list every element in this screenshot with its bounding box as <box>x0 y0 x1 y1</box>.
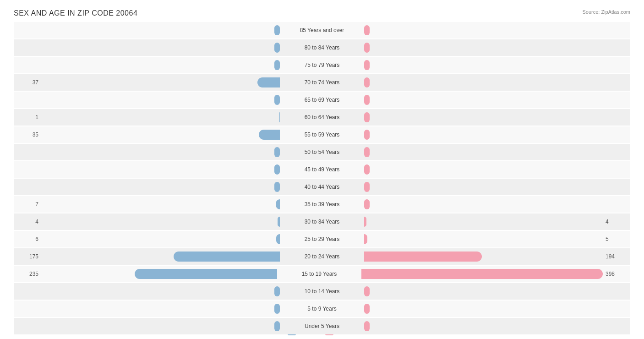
chart-row: 10 to 14 Years <box>14 283 630 300</box>
chart-row: 85 Years and over <box>14 22 630 38</box>
female-section <box>363 248 603 265</box>
female-bar <box>364 234 367 244</box>
male-section <box>41 196 281 213</box>
age-label: 10 to 14 Years <box>281 288 363 295</box>
female-section <box>363 213 603 230</box>
bars-section: 35 to 39 Years <box>41 196 603 213</box>
age-label: Under 5 Years <box>281 323 363 329</box>
male-section <box>41 231 281 247</box>
age-label: 80 to 84 Years <box>281 44 363 51</box>
chart-title: SEX AND AGE IN ZIP CODE 20064 <box>14 9 630 17</box>
chart-row: 6 25 to 29 Years 5 <box>14 231 630 247</box>
male-section <box>41 318 281 334</box>
male-section <box>41 144 281 160</box>
bars-section: 30 to 34 Years <box>41 213 603 230</box>
female-section <box>363 92 603 108</box>
female-section <box>363 301 603 317</box>
age-label: 20 to 24 Years <box>281 253 363 260</box>
chart-row: 37 70 to 74 Years <box>14 74 630 91</box>
female-section <box>363 196 603 213</box>
female-bar <box>364 286 370 296</box>
female-section <box>363 283 603 300</box>
bars-section: 75 to 79 Years <box>41 57 603 73</box>
female-bar <box>364 321 370 331</box>
chart-row: 175 20 to 24 Years 194 <box>14 248 630 265</box>
male-value: 35 <box>14 131 41 138</box>
female-value: 4 <box>603 219 630 225</box>
bars-section: 5 to 9 Years <box>41 301 603 317</box>
female-bar <box>364 112 370 122</box>
age-label: 65 to 69 Years <box>281 97 363 103</box>
bars-section: 10 to 14 Years <box>41 283 603 300</box>
male-value: 1 <box>14 114 41 120</box>
male-section <box>41 74 281 91</box>
age-label: 85 Years and over <box>281 27 363 33</box>
female-section <box>363 109 603 126</box>
male-section <box>41 161 281 178</box>
male-bar <box>274 147 280 157</box>
age-label: 60 to 64 Years <box>281 114 363 120</box>
male-section <box>41 301 281 317</box>
bars-section: 15 to 19 Years <box>41 266 603 282</box>
age-label: 5 to 9 Years <box>281 306 363 312</box>
bars-section: 40 to 44 Years <box>41 179 603 195</box>
male-value: 6 <box>14 236 41 242</box>
chart-row: 7 35 to 39 Years <box>14 196 630 213</box>
bars-section: 80 to 84 Years <box>41 39 603 56</box>
male-bar <box>276 199 280 209</box>
chart-row: 75 to 79 Years <box>14 57 630 73</box>
age-label: 25 to 29 Years <box>281 236 363 242</box>
female-section <box>363 39 603 56</box>
female-bar <box>364 77 370 87</box>
bars-section: 20 to 24 Years <box>41 248 603 265</box>
female-bar <box>364 252 482 262</box>
chart-source: Source: ZipAtlas.com <box>582 9 630 15</box>
female-bar <box>364 199 370 209</box>
female-bar <box>364 25 370 35</box>
male-section <box>41 39 281 56</box>
male-value: 7 <box>14 201 41 208</box>
female-bar <box>364 130 370 140</box>
bars-section: 85 Years and over <box>41 22 603 38</box>
male-section <box>41 109 281 126</box>
female-bar <box>364 43 370 53</box>
male-section <box>41 179 281 195</box>
male-section <box>41 213 281 230</box>
female-section <box>363 161 603 178</box>
male-section <box>41 283 281 300</box>
male-bar <box>174 252 280 262</box>
bars-section: Under 5 Years <box>41 318 603 334</box>
male-bar <box>274 304 280 314</box>
male-bar <box>274 43 280 53</box>
female-bar <box>364 304 370 314</box>
age-label: 55 to 59 Years <box>281 131 363 138</box>
bars-section: 45 to 49 Years <box>41 161 603 178</box>
chart-row: 40 to 44 Years <box>14 179 630 195</box>
male-section <box>41 126 281 143</box>
chart-row: 45 to 49 Years <box>14 161 630 178</box>
age-label: 70 to 74 Years <box>281 79 363 86</box>
bars-section: 55 to 59 Years <box>41 126 603 143</box>
chart-row: 1 60 to 64 Years <box>14 109 630 126</box>
male-bar <box>274 182 280 192</box>
female-bar <box>364 164 370 175</box>
male-bar <box>274 286 280 296</box>
chart-area: 85 Years and over 80 to 84 Years <box>14 22 630 315</box>
bars-section: 25 to 29 Years <box>41 231 603 247</box>
female-bar <box>361 269 603 279</box>
male-bar <box>257 77 280 87</box>
male-bar <box>279 112 280 122</box>
female-section <box>363 22 603 38</box>
chart-row: 80 to 84 Years <box>14 39 630 56</box>
female-section <box>363 231 603 247</box>
female-bar <box>364 182 370 192</box>
age-label: 35 to 39 Years <box>281 201 363 208</box>
male-bar <box>259 130 280 140</box>
bars-section: 65 to 69 Years <box>41 92 603 108</box>
female-section <box>363 126 603 143</box>
male-bar <box>274 164 280 175</box>
male-value: 175 <box>14 253 41 260</box>
male-bar <box>135 269 277 279</box>
bars-section: 60 to 64 Years <box>41 109 603 126</box>
female-section <box>363 179 603 195</box>
